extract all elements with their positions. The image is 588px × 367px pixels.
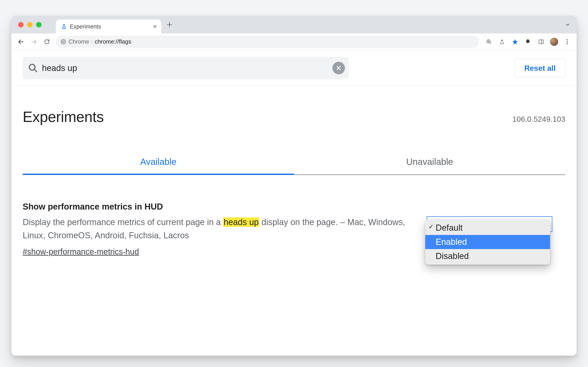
close-tab-icon[interactable] — [153, 25, 157, 29]
flag-desc-pre: Display the performance metrics of curre… — [23, 217, 223, 227]
page-content: Reset all Experiments 106.0.5249.103 Ava… — [11, 50, 577, 356]
flag-select[interactable]: Default Enabled Disabled — [427, 202, 552, 257]
svg-point-1 — [62, 41, 64, 43]
new-tab-button[interactable] — [164, 19, 175, 31]
flag-row: Show performance metrics in HUD Display … — [23, 175, 565, 257]
tab-title: Experiments — [70, 23, 150, 30]
search-box[interactable] — [23, 57, 349, 79]
page-title: Experiments — [23, 108, 104, 125]
window-controls — [11, 22, 47, 27]
clear-search-icon[interactable] — [332, 62, 345, 74]
flag-description: Display the performance metrics of curre… — [23, 216, 413, 242]
omnibox-scheme: Chrome — [68, 38, 89, 45]
svg-point-6 — [566, 43, 568, 44]
toolbar-actions — [483, 36, 573, 48]
omnibox-separator: | — [91, 40, 92, 44]
browser-tab[interactable]: Experiments — [56, 20, 161, 33]
toolbar: Chrome | chrome://flags — [11, 33, 577, 50]
tab-overflow-button[interactable] — [565, 22, 570, 27]
option-default[interactable]: Default — [425, 221, 550, 235]
search-highlight: heads up — [223, 217, 259, 227]
extensions-icon[interactable] — [522, 36, 534, 48]
svg-rect-3 — [539, 40, 543, 44]
tab-strip: Experiments — [11, 16, 577, 33]
menu-icon[interactable] — [561, 36, 573, 48]
forward-button[interactable] — [28, 36, 40, 48]
omnibox-url: chrome://flags — [95, 38, 131, 45]
tab-unavailable[interactable]: Unavailable — [294, 157, 565, 175]
tabs: Available Unavailable — [23, 157, 565, 175]
bookmark-star-icon[interactable] — [509, 36, 521, 48]
svg-point-0 — [61, 40, 65, 44]
search-input[interactable] — [42, 63, 328, 73]
flag-title: Show performance metrics in HUD — [23, 202, 413, 212]
address-bar[interactable]: Chrome | chrome://flags — [56, 36, 479, 48]
flags-top-bar: Reset all — [11, 50, 577, 86]
chrome-icon — [60, 39, 66, 45]
browser-window: Experiments Chrome | chrome://f — [11, 16, 577, 356]
version-label: 106.0.5249.103 — [512, 115, 565, 125]
reset-all-button[interactable]: Reset all — [515, 59, 565, 77]
close-window-button[interactable] — [18, 22, 24, 27]
option-disabled[interactable]: Disabled — [425, 249, 550, 263]
select-dropdown: Default Enabled Disabled — [425, 219, 550, 265]
svg-point-5 — [566, 41, 568, 42]
zoom-icon[interactable] — [483, 36, 495, 48]
page-header: Experiments 106.0.5249.103 — [23, 86, 565, 125]
back-button[interactable] — [15, 36, 27, 48]
option-enabled[interactable]: Enabled — [425, 235, 550, 249]
maximize-window-button[interactable] — [36, 22, 41, 27]
flag-anchor-link[interactable]: #show-performance-metrics-hud — [23, 247, 139, 257]
flask-icon — [61, 24, 67, 29]
side-panel-icon[interactable] — [535, 36, 547, 48]
minimize-window-button[interactable] — [27, 22, 32, 27]
search-icon — [28, 63, 38, 73]
tab-available[interactable]: Available — [23, 157, 294, 175]
reload-button[interactable] — [41, 36, 53, 48]
share-icon[interactable] — [496, 36, 508, 48]
svg-point-4 — [566, 39, 568, 40]
profile-avatar[interactable] — [548, 36, 560, 48]
